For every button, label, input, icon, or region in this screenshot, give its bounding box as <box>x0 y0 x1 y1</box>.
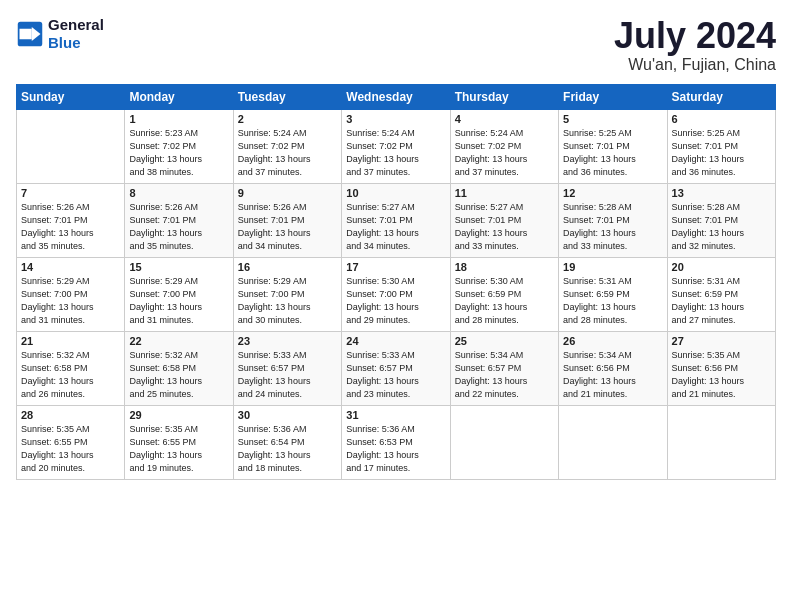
cell-3-6: 19Sunrise: 5:31 AM Sunset: 6:59 PM Dayli… <box>559 257 667 331</box>
cell-1-2: 1Sunrise: 5:23 AM Sunset: 7:02 PM Daylig… <box>125 109 233 183</box>
day-number: 28 <box>21 409 120 421</box>
cell-3-3: 16Sunrise: 5:29 AM Sunset: 7:00 PM Dayli… <box>233 257 341 331</box>
day-number: 6 <box>672 113 771 125</box>
cell-1-5: 4Sunrise: 5:24 AM Sunset: 7:02 PM Daylig… <box>450 109 558 183</box>
cell-info: Sunrise: 5:29 AM Sunset: 7:00 PM Dayligh… <box>238 275 337 327</box>
cell-info: Sunrise: 5:36 AM Sunset: 6:53 PM Dayligh… <box>346 423 445 475</box>
page-container: General Blue July 2024 Wu'an, Fujian, Ch… <box>0 0 792 612</box>
logo: General Blue <box>16 16 104 52</box>
day-number: 22 <box>129 335 228 347</box>
day-number: 23 <box>238 335 337 347</box>
cell-1-3: 2Sunrise: 5:24 AM Sunset: 7:02 PM Daylig… <box>233 109 341 183</box>
day-number: 19 <box>563 261 662 273</box>
cell-2-2: 8Sunrise: 5:26 AM Sunset: 7:01 PM Daylig… <box>125 183 233 257</box>
cell-info: Sunrise: 5:26 AM Sunset: 7:01 PM Dayligh… <box>21 201 120 253</box>
cell-info: Sunrise: 5:25 AM Sunset: 7:01 PM Dayligh… <box>563 127 662 179</box>
month-title: July 2024 <box>614 16 776 56</box>
cell-info: Sunrise: 5:34 AM Sunset: 6:57 PM Dayligh… <box>455 349 554 401</box>
day-number: 14 <box>21 261 120 273</box>
day-number: 25 <box>455 335 554 347</box>
cell-2-4: 10Sunrise: 5:27 AM Sunset: 7:01 PM Dayli… <box>342 183 450 257</box>
cell-1-4: 3Sunrise: 5:24 AM Sunset: 7:02 PM Daylig… <box>342 109 450 183</box>
cell-info: Sunrise: 5:23 AM Sunset: 7:02 PM Dayligh… <box>129 127 228 179</box>
logo-icon <box>16 20 44 48</box>
cell-info: Sunrise: 5:34 AM Sunset: 6:56 PM Dayligh… <box>563 349 662 401</box>
cell-info: Sunrise: 5:33 AM Sunset: 6:57 PM Dayligh… <box>346 349 445 401</box>
title-block: July 2024 Wu'an, Fujian, China <box>614 16 776 74</box>
cell-info: Sunrise: 5:30 AM Sunset: 7:00 PM Dayligh… <box>346 275 445 327</box>
cell-info: Sunrise: 5:24 AM Sunset: 7:02 PM Dayligh… <box>238 127 337 179</box>
day-number: 9 <box>238 187 337 199</box>
col-header-thursday: Thursday <box>450 84 558 109</box>
cell-2-1: 7Sunrise: 5:26 AM Sunset: 7:01 PM Daylig… <box>17 183 125 257</box>
header-row: SundayMondayTuesdayWednesdayThursdayFrid… <box>17 84 776 109</box>
week-row-5: 28Sunrise: 5:35 AM Sunset: 6:55 PM Dayli… <box>17 405 776 479</box>
calendar-table: SundayMondayTuesdayWednesdayThursdayFrid… <box>16 84 776 480</box>
day-number: 13 <box>672 187 771 199</box>
logo-text: General Blue <box>48 16 104 52</box>
cell-info: Sunrise: 5:26 AM Sunset: 7:01 PM Dayligh… <box>129 201 228 253</box>
cell-info: Sunrise: 5:28 AM Sunset: 7:01 PM Dayligh… <box>563 201 662 253</box>
day-number: 26 <box>563 335 662 347</box>
cell-5-6 <box>559 405 667 479</box>
cell-info: Sunrise: 5:27 AM Sunset: 7:01 PM Dayligh… <box>455 201 554 253</box>
day-number: 24 <box>346 335 445 347</box>
day-number: 31 <box>346 409 445 421</box>
week-row-3: 14Sunrise: 5:29 AM Sunset: 7:00 PM Dayli… <box>17 257 776 331</box>
cell-info: Sunrise: 5:30 AM Sunset: 6:59 PM Dayligh… <box>455 275 554 327</box>
cell-5-1: 28Sunrise: 5:35 AM Sunset: 6:55 PM Dayli… <box>17 405 125 479</box>
day-number: 27 <box>672 335 771 347</box>
day-number: 10 <box>346 187 445 199</box>
cell-1-6: 5Sunrise: 5:25 AM Sunset: 7:01 PM Daylig… <box>559 109 667 183</box>
cell-4-7: 27Sunrise: 5:35 AM Sunset: 6:56 PM Dayli… <box>667 331 775 405</box>
day-number: 8 <box>129 187 228 199</box>
header: General Blue July 2024 Wu'an, Fujian, Ch… <box>16 16 776 74</box>
col-header-monday: Monday <box>125 84 233 109</box>
cell-1-7: 6Sunrise: 5:25 AM Sunset: 7:01 PM Daylig… <box>667 109 775 183</box>
day-number: 1 <box>129 113 228 125</box>
cell-4-5: 25Sunrise: 5:34 AM Sunset: 6:57 PM Dayli… <box>450 331 558 405</box>
day-number: 18 <box>455 261 554 273</box>
cell-3-7: 20Sunrise: 5:31 AM Sunset: 6:59 PM Dayli… <box>667 257 775 331</box>
cell-5-3: 30Sunrise: 5:36 AM Sunset: 6:54 PM Dayli… <box>233 405 341 479</box>
week-row-1: 1Sunrise: 5:23 AM Sunset: 7:02 PM Daylig… <box>17 109 776 183</box>
cell-info: Sunrise: 5:29 AM Sunset: 7:00 PM Dayligh… <box>21 275 120 327</box>
cell-info: Sunrise: 5:28 AM Sunset: 7:01 PM Dayligh… <box>672 201 771 253</box>
day-number: 7 <box>21 187 120 199</box>
cell-5-7 <box>667 405 775 479</box>
cell-4-4: 24Sunrise: 5:33 AM Sunset: 6:57 PM Dayli… <box>342 331 450 405</box>
day-number: 21 <box>21 335 120 347</box>
day-number: 3 <box>346 113 445 125</box>
cell-4-6: 26Sunrise: 5:34 AM Sunset: 6:56 PM Dayli… <box>559 331 667 405</box>
cell-info: Sunrise: 5:31 AM Sunset: 6:59 PM Dayligh… <box>672 275 771 327</box>
day-number: 4 <box>455 113 554 125</box>
cell-info: Sunrise: 5:32 AM Sunset: 6:58 PM Dayligh… <box>21 349 120 401</box>
cell-2-7: 13Sunrise: 5:28 AM Sunset: 7:01 PM Dayli… <box>667 183 775 257</box>
day-number: 16 <box>238 261 337 273</box>
day-number: 15 <box>129 261 228 273</box>
week-row-2: 7Sunrise: 5:26 AM Sunset: 7:01 PM Daylig… <box>17 183 776 257</box>
day-number: 11 <box>455 187 554 199</box>
cell-2-6: 12Sunrise: 5:28 AM Sunset: 7:01 PM Dayli… <box>559 183 667 257</box>
week-row-4: 21Sunrise: 5:32 AM Sunset: 6:58 PM Dayli… <box>17 331 776 405</box>
cell-info: Sunrise: 5:24 AM Sunset: 7:02 PM Dayligh… <box>346 127 445 179</box>
day-number: 5 <box>563 113 662 125</box>
cell-3-2: 15Sunrise: 5:29 AM Sunset: 7:00 PM Dayli… <box>125 257 233 331</box>
day-number: 29 <box>129 409 228 421</box>
cell-info: Sunrise: 5:29 AM Sunset: 7:00 PM Dayligh… <box>129 275 228 327</box>
day-number: 30 <box>238 409 337 421</box>
cell-info: Sunrise: 5:35 AM Sunset: 6:55 PM Dayligh… <box>129 423 228 475</box>
col-header-friday: Friday <box>559 84 667 109</box>
cell-2-3: 9Sunrise: 5:26 AM Sunset: 7:01 PM Daylig… <box>233 183 341 257</box>
cell-1-1 <box>17 109 125 183</box>
day-number: 2 <box>238 113 337 125</box>
col-header-sunday: Sunday <box>17 84 125 109</box>
svg-rect-2 <box>20 29 32 40</box>
cell-info: Sunrise: 5:24 AM Sunset: 7:02 PM Dayligh… <box>455 127 554 179</box>
col-header-tuesday: Tuesday <box>233 84 341 109</box>
day-number: 12 <box>563 187 662 199</box>
cell-info: Sunrise: 5:33 AM Sunset: 6:57 PM Dayligh… <box>238 349 337 401</box>
cell-4-3: 23Sunrise: 5:33 AM Sunset: 6:57 PM Dayli… <box>233 331 341 405</box>
col-header-saturday: Saturday <box>667 84 775 109</box>
cell-info: Sunrise: 5:32 AM Sunset: 6:58 PM Dayligh… <box>129 349 228 401</box>
